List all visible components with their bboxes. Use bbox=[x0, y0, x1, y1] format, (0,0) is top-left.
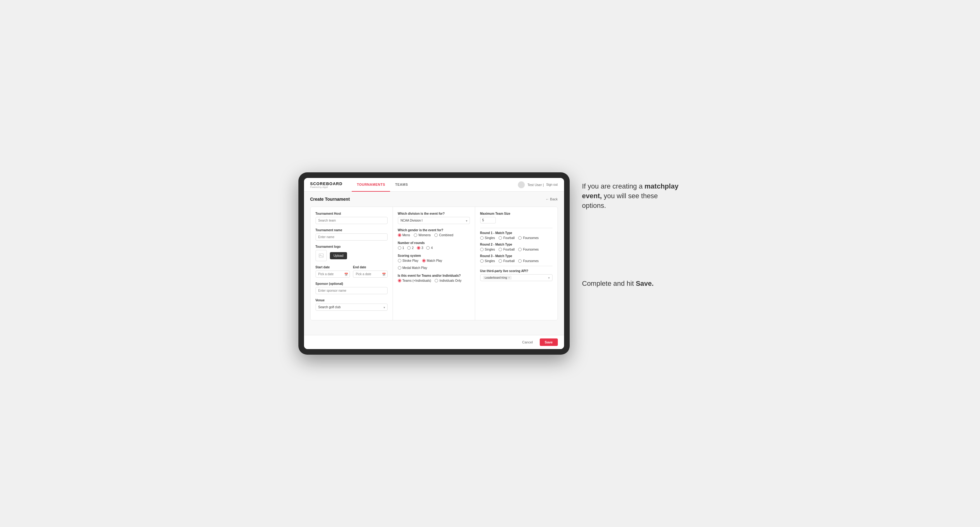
gender-womens[interactable]: Womens bbox=[414, 233, 431, 237]
round2-match-type: Round 2 - Match Type Singles Fourball bbox=[480, 243, 552, 251]
round1-singles-radio[interactable] bbox=[480, 236, 484, 240]
tournament-name-input[interactable] bbox=[315, 233, 388, 241]
round-1-label: 1 bbox=[402, 246, 404, 250]
page-title: Create Tournament bbox=[310, 197, 350, 202]
round1-foursomes-radio[interactable] bbox=[518, 236, 522, 240]
gender-womens-radio[interactable] bbox=[414, 233, 417, 237]
gender-combined-radio[interactable] bbox=[434, 233, 438, 237]
round1-singles[interactable]: Singles bbox=[480, 236, 495, 240]
gender-womens-label: Womens bbox=[418, 233, 431, 237]
round2-singles-radio[interactable] bbox=[480, 248, 484, 251]
round2-fourball[interactable]: Fourball bbox=[499, 248, 514, 251]
scoring-medal[interactable]: Medal Match Play bbox=[398, 266, 427, 270]
gender-mens-label: Mens bbox=[402, 233, 410, 237]
gender-mens[interactable]: Mens bbox=[398, 233, 410, 237]
tablet-device: SCOREBOARD Powered by clippit TOURNAMENT… bbox=[298, 172, 570, 355]
round3-fourball[interactable]: Fourball bbox=[499, 259, 514, 263]
logo-text: SCOREBOARD bbox=[310, 181, 343, 186]
scoring-label: Scoring system bbox=[398, 254, 470, 257]
gender-group: Which gender is the event for? Mens Wome… bbox=[398, 229, 470, 237]
round2-singles[interactable]: Singles bbox=[480, 248, 495, 251]
division-select[interactable]: NCAA Division I bbox=[398, 217, 470, 224]
teams-radio[interactable] bbox=[398, 279, 401, 283]
form-col-1: Tournament Host Tournament name Tourname… bbox=[310, 207, 393, 320]
round-2-radio[interactable] bbox=[407, 246, 410, 250]
gender-mens-radio[interactable] bbox=[398, 233, 401, 237]
scoring-radio-group: Stroke Play Match Play Medal Match Play bbox=[398, 259, 470, 270]
annotation-bottom-text: Complete and hit bbox=[582, 279, 636, 287]
remove-tag-button[interactable]: × bbox=[508, 276, 510, 279]
scoring-stroke-label: Stroke Play bbox=[402, 259, 418, 262]
round1-radio-group: Singles Fourball Foursomes bbox=[480, 236, 552, 240]
tab-tournaments[interactable]: TOURNAMENTS bbox=[352, 178, 390, 192]
round-1[interactable]: 1 bbox=[398, 246, 404, 250]
gender-label: Which gender is the event for? bbox=[398, 229, 470, 232]
round-3-radio[interactable] bbox=[417, 246, 420, 250]
tournament-logo-label: Tournament logo bbox=[315, 245, 388, 248]
third-party-select[interactable]: Leaderboard King × ▾ bbox=[480, 274, 552, 281]
back-link[interactable]: ← Back bbox=[546, 197, 558, 201]
scoring-match[interactable]: Match Play bbox=[422, 259, 442, 262]
round2-fourball-radio[interactable] bbox=[499, 248, 502, 251]
venue-select-wrapper: Search golf club bbox=[315, 303, 388, 311]
start-date-group: Start date 📅 bbox=[315, 265, 350, 278]
tablet-screen: SCOREBOARD Powered by clippit TOURNAMENT… bbox=[304, 178, 564, 349]
division-select-wrapper: NCAA Division I bbox=[398, 217, 470, 224]
round3-fourball-radio[interactable] bbox=[499, 259, 502, 263]
round1-foursomes[interactable]: Foursomes bbox=[518, 236, 538, 240]
teams-radio-group: Teams (+Individuals) Individuals Only bbox=[398, 279, 470, 283]
logo-placeholder bbox=[315, 250, 327, 261]
venue-select[interactable]: Search golf club bbox=[315, 303, 388, 311]
user-name: Test User | bbox=[527, 183, 544, 187]
scoring-medal-label: Medal Match Play bbox=[402, 266, 427, 270]
cancel-button[interactable]: Cancel bbox=[519, 338, 537, 346]
end-date-label: End date bbox=[353, 265, 388, 269]
round-2[interactable]: 2 bbox=[407, 246, 414, 250]
scoring-match-label: Match Play bbox=[427, 259, 442, 262]
round3-foursomes[interactable]: Foursomes bbox=[518, 259, 538, 263]
teams-plus-individuals[interactable]: Teams (+Individuals) bbox=[398, 279, 431, 283]
max-team-size-input[interactable] bbox=[480, 217, 496, 224]
scoring-stroke[interactable]: Stroke Play bbox=[398, 259, 418, 262]
scoring-match-radio[interactable] bbox=[422, 259, 426, 262]
round-1-radio[interactable] bbox=[398, 246, 401, 250]
svg-rect-0 bbox=[319, 254, 323, 257]
tournament-host-input[interactable] bbox=[315, 217, 388, 224]
gender-combined[interactable]: Combined bbox=[434, 233, 453, 237]
third-party-label: Use third-party live scoring API? bbox=[480, 269, 552, 273]
start-date-wrapper: 📅 bbox=[315, 270, 350, 278]
round1-fourball-radio[interactable] bbox=[499, 236, 502, 240]
round2-foursomes[interactable]: Foursomes bbox=[518, 248, 538, 251]
round3-singles[interactable]: Singles bbox=[480, 259, 495, 263]
date-row: Start date 📅 End date bbox=[315, 265, 388, 278]
save-button[interactable]: Save bbox=[540, 338, 558, 346]
tab-teams[interactable]: TEAMS bbox=[390, 178, 413, 192]
tournament-name-group: Tournament name bbox=[315, 229, 388, 241]
sign-out-link[interactable]: Sign out bbox=[546, 183, 558, 186]
scoring-medal-radio[interactable] bbox=[398, 266, 401, 270]
individuals-radio[interactable] bbox=[435, 279, 438, 283]
venue-label: Venue bbox=[315, 298, 388, 302]
round3-match-type: Round 3 - Match Type Singles Fourball bbox=[480, 254, 552, 263]
scoring-stroke-radio[interactable] bbox=[398, 259, 401, 262]
round3-foursomes-radio[interactable] bbox=[518, 259, 522, 263]
annotation-top-text: If you are creating a bbox=[582, 182, 645, 190]
round-3[interactable]: 3 bbox=[417, 246, 423, 250]
round2-foursomes-radio[interactable] bbox=[518, 248, 522, 251]
round1-fourball[interactable]: Fourball bbox=[499, 236, 514, 240]
round-4[interactable]: 4 bbox=[426, 246, 433, 250]
round2-foursomes-label: Foursomes bbox=[523, 248, 538, 251]
sponsor-input[interactable] bbox=[315, 287, 388, 294]
third-party-tag: Leaderboard King × bbox=[483, 276, 512, 279]
round1-fourball-label: Fourball bbox=[503, 236, 514, 240]
form-col-2: Which division is the event for? NCAA Di… bbox=[393, 207, 475, 320]
round-4-radio[interactable] bbox=[426, 246, 430, 250]
form-col-3: Maximum Team Size Round 1 - Match Type S… bbox=[475, 207, 557, 320]
multiselect-chevron-icon: ▾ bbox=[548, 276, 550, 279]
individuals-only[interactable]: Individuals Only bbox=[435, 279, 461, 283]
round3-singles-radio[interactable] bbox=[480, 259, 484, 263]
round1-singles-label: Singles bbox=[485, 236, 495, 240]
round3-singles-label: Singles bbox=[485, 259, 495, 263]
upload-button[interactable]: Upload bbox=[330, 252, 347, 259]
end-date-wrapper: 📅 bbox=[353, 270, 388, 278]
